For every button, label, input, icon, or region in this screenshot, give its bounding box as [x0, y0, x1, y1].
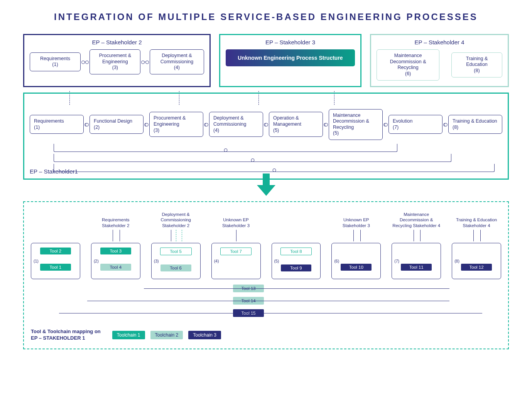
- tool-chip: Tool 9: [281, 264, 312, 271]
- anno-4: Unknown EP Stakeholder 3: [211, 211, 261, 228]
- cell-idx: (1): [34, 259, 39, 263]
- s2-step-2: Procurement & Engineering(3): [90, 49, 140, 74]
- cell-8: (8) Tool 12: [452, 243, 501, 279]
- stakeholder-2-box: EP – Stakeholder 2 Requirements(1) Procu…: [23, 34, 211, 87]
- cell-idx: (4): [214, 259, 219, 263]
- s4-step-2: Training & Education(8): [451, 52, 502, 77]
- tool-chip: Tool 8: [280, 248, 312, 255]
- stakeholder-1-steps: Requirements(1) Functional Design(2) Pro…: [30, 109, 502, 140]
- tool-chip: Tool 11: [401, 264, 432, 271]
- horizontal-tool-bars: Tool 13 Tool 14 Tool 15: [31, 285, 501, 318]
- anno-5: [272, 211, 321, 228]
- connector-icon: [86, 124, 87, 125]
- s2-step-1: Requirements(1): [30, 52, 81, 71]
- tool-chip: Tool 2: [40, 248, 71, 254]
- cell-2: (2) Tool 3 Tool 4: [91, 243, 140, 279]
- anno-2: Requirements Stakeholder 2: [91, 211, 140, 228]
- stakeholder-1-lane: Requirements(1) Functional Design(2) Pro…: [23, 93, 509, 180]
- down-arrow-icon: [257, 185, 275, 196]
- connector-icon: [385, 124, 386, 125]
- stakeholder-3-title: EP – Stakeholder 3: [226, 39, 355, 45]
- anno-8: Training & Education Stakeholder 4: [452, 211, 501, 228]
- s1-step-8: Training & Education(8): [448, 115, 502, 134]
- tool-chip: Tool 1: [40, 264, 71, 271]
- tool-chip: Tool 10: [341, 264, 372, 271]
- tool-chip: Tool 5: [160, 248, 192, 255]
- tool-chip: Tool 3: [100, 248, 131, 254]
- mapping-cells: (1) Tool 2 Tool 1 (2) Tool 3 Tool 4 (3) …: [31, 243, 501, 279]
- anno-7: Maintenance Decommission & Recycling Sta…: [392, 211, 441, 228]
- cell-3: (3) Tool 5 Tool 6: [151, 243, 201, 279]
- s1-step-6: Maintenance Decommission & Recycling(5): [329, 109, 383, 140]
- s4-step-1: Maintenance Decommission & Recycling(6): [377, 49, 439, 81]
- stakeholder-3-box: EP – Stakeholder 3 Unknown Engineering P…: [219, 34, 361, 87]
- connector-icon: [445, 124, 446, 125]
- s1-step-5: Operation & Management(5): [269, 112, 323, 137]
- legend-toolchain-2: Toolchain 2: [150, 331, 183, 339]
- cell-idx: (6): [334, 259, 339, 263]
- mapping-footer-line2: EP – STAKEHOLDER 1: [31, 335, 85, 341]
- s1-step-3: Procurement & Engineering(3): [149, 112, 203, 137]
- top-stakeholder-row: EP – Stakeholder 2 Requirements(1) Procu…: [23, 34, 509, 87]
- stakeholder-2-title: EP – Stakeholder 2: [30, 39, 204, 45]
- diagram-root: INTEGRATION OF MULTIPLE SERVICE-BASED EN…: [0, 0, 532, 365]
- connector-icon: [143, 62, 147, 62]
- cell-1: (1) Tool 2 Tool 1: [31, 243, 80, 279]
- tool-chip: Tool 12: [461, 264, 492, 271]
- stakeholder-4-steps: Maintenance Decommission & Recycling(6) …: [377, 49, 502, 81]
- mapping-stubs: [31, 230, 501, 241]
- stakeholder-4-box: EP – Stakeholder 4 Maintenance Decommiss…: [370, 34, 509, 87]
- mapping-footer-line1: Tool & Toolchain mapping on: [31, 328, 101, 334]
- cell-idx: (2): [94, 259, 99, 263]
- connector-icon: [265, 124, 267, 125]
- toolchain-legend: Toolchain 1 Toolchain 2 Toolchain 3: [112, 331, 221, 339]
- stakeholder-1-label: EP – Stakeholder1: [30, 168, 78, 175]
- anno-3: Deployment & Commissioning Stakeholder 2: [151, 211, 201, 228]
- s2-step-3: Deployment & Commissioning(4): [150, 49, 204, 74]
- cell-idx: (5): [274, 259, 279, 263]
- cell-5: (5) Tool 8 Tool 9: [272, 243, 321, 279]
- cell-idx: (8): [454, 259, 459, 263]
- cell-4: (4) Tool 7: [211, 243, 261, 279]
- tool-mapping-panel: Requirements Stakeholder 2 Deployment & …: [23, 201, 509, 349]
- connector-icon: [146, 124, 147, 125]
- legend-toolchain-1: Toolchain 1: [112, 331, 145, 339]
- stakeholder-4-title: EP – Stakeholder 4: [377, 39, 502, 45]
- tool-chip: Tool 4: [100, 264, 131, 271]
- s1-step-1: Requirements(1): [30, 115, 84, 134]
- cell-idx: (3): [154, 259, 159, 263]
- stakeholder-2-steps: Requirements(1) Procurement & Engineerin…: [30, 49, 204, 74]
- feedback-loops: [30, 142, 502, 173]
- tool-chip: Tool 7: [220, 248, 252, 255]
- s1-step-7: Evolution(7): [388, 115, 442, 134]
- connector-icon: [83, 62, 87, 62]
- anno-1: [31, 211, 80, 228]
- anno-6: Unknown EP Stakeholder 3: [331, 211, 381, 228]
- unknown-process-tile: Unknown Engineering Process Structure: [226, 49, 355, 66]
- connector-icon: [325, 124, 326, 125]
- mapping-footer-label: Tool & Toolchain mapping on EP – STAKEHO…: [31, 328, 101, 342]
- s1-step-2: Functional Design(2): [90, 115, 144, 134]
- legend-toolchain-3: Toolchain 3: [188, 331, 221, 339]
- mapping-footer: Tool & Toolchain mapping on EP – STAKEHO…: [31, 328, 501, 342]
- s1-step-4: Deployment & Commissioning(4): [209, 112, 263, 137]
- cell-6: (6) Tool 10: [331, 243, 381, 279]
- mapping-annotations: Requirements Stakeholder 2 Deployment & …: [31, 211, 501, 228]
- tool-chip: Tool 6: [160, 264, 191, 271]
- cell-7: (7) Tool 11: [392, 243, 441, 279]
- page-title: INTEGRATION OF MULTIPLE SERVICE-BASED EN…: [23, 12, 509, 22]
- connector-icon: [206, 124, 207, 125]
- cell-idx: (7): [394, 259, 399, 263]
